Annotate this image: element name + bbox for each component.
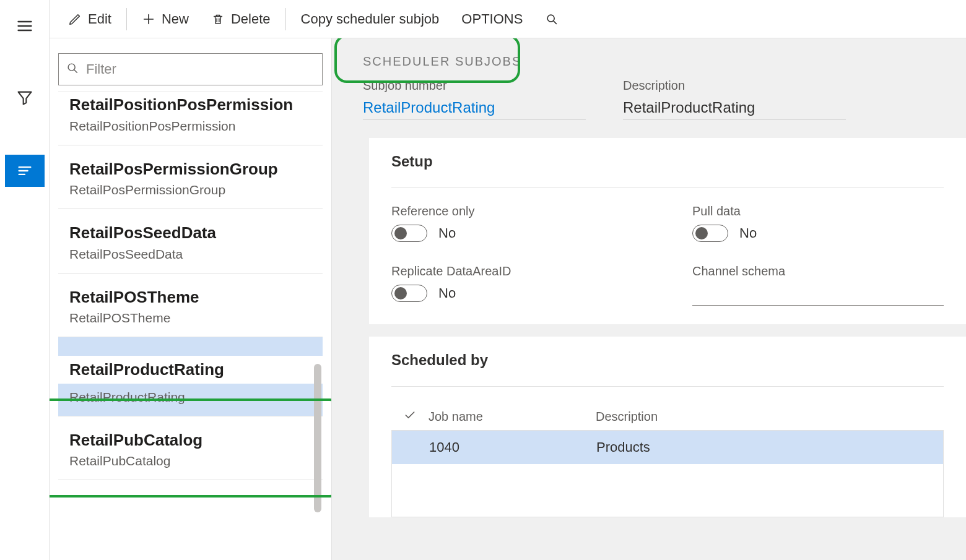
subjob-number-label: Subjob number	[363, 79, 586, 93]
lines-icon	[16, 162, 33, 179]
delete-label: Delete	[231, 11, 271, 27]
list-item[interactable]: RetailPosPermissionGroup RetailPosPermis…	[58, 145, 323, 210]
edit-label: Edit	[88, 11, 111, 27]
list-item-selected[interactable]: RetailProductRating RetailProductRating	[58, 337, 323, 416]
list-item-sub: RetailPOSTheme	[69, 311, 311, 325]
channel-schema-label: Channel schema	[692, 264, 944, 278]
scheduled-by-title: Scheduled by	[391, 351, 944, 369]
list-item[interactable]: RetailPosSeedData RetailPosSeedData	[58, 209, 323, 274]
toolbar-separator	[285, 8, 286, 30]
list-item[interactable]: RetailPOSTheme RetailPOSTheme	[58, 274, 323, 338]
replicate-dataareaid-value: No	[438, 285, 456, 301]
scheduled-by-section: Scheduled by Job name Description 1040	[369, 337, 966, 517]
reference-only-toggle[interactable]	[391, 225, 427, 242]
new-label: New	[162, 11, 189, 27]
setup-section: Setup Reference only No Pull data	[369, 138, 966, 324]
funnel-icon	[16, 89, 33, 106]
page-breadcrumb: SCHEDULER SUBJOBS	[363, 54, 521, 68]
options-label: OPTIONS	[461, 11, 523, 27]
replicate-dataareaid-label: Replicate DataAreaID	[391, 264, 643, 278]
filter-funnel-button[interactable]	[10, 83, 40, 113]
subjob-number-value[interactable]: RetailProductRating	[363, 97, 586, 119]
description-label: Description	[623, 79, 846, 93]
detail-pane: SCHEDULER SUBJOBS Subjob number RetailPr…	[331, 38, 966, 560]
reference-only-value: No	[438, 225, 456, 241]
cell-job-name: 1040	[429, 439, 596, 455]
col-description[interactable]: Description	[596, 410, 944, 424]
table-header: Job name Description	[391, 403, 944, 431]
list-item-sub: RetailProductRating	[69, 390, 311, 405]
table-row[interactable]: 1040 Products	[392, 431, 943, 464]
reference-only-label: Reference only	[391, 204, 643, 218]
copy-scheduler-subjob-button[interactable]: Copy scheduler subjob	[290, 0, 451, 38]
pull-data-value: No	[739, 225, 757, 241]
setup-title: Setup	[391, 153, 944, 170]
search-icon	[66, 61, 79, 77]
subjob-list[interactable]: RetailPositionPosPermission RetailPositi…	[58, 92, 323, 560]
list-item-title: RetailProductRating	[69, 360, 311, 380]
pull-data-label: Pull data	[692, 204, 944, 218]
hamburger-button[interactable]	[10, 11, 40, 41]
list-item[interactable]: RetailPositionPosPermission RetailPositi…	[58, 92, 323, 145]
list-item-sub: RetailPositionPosPermission	[69, 119, 311, 134]
pull-data-toggle[interactable]	[692, 225, 728, 242]
list-item-sub: RetailPosPermissionGroup	[69, 183, 311, 197]
replicate-dataareaid-toggle[interactable]	[391, 285, 427, 302]
list-item-sub: RetailPubCatalog	[69, 454, 311, 468]
list-item-sub: RetailPosSeedData	[69, 247, 311, 262]
trash-icon	[211, 12, 225, 26]
filter-input[interactable]	[58, 53, 323, 85]
list-item-title: RetailPOSTheme	[69, 287, 311, 308]
cell-description: Products	[596, 439, 943, 455]
new-button[interactable]: New	[131, 0, 200, 38]
list-item-title: RetailPosSeedData	[69, 223, 311, 243]
nav-rail	[0, 0, 50, 560]
search-button[interactable]	[534, 0, 570, 38]
checkmark-icon[interactable]	[404, 409, 429, 424]
delete-button[interactable]: Delete	[200, 0, 282, 38]
pencil-icon	[68, 12, 82, 26]
list-item-title: RetailPosPermissionGroup	[69, 159, 311, 179]
plus-icon	[142, 12, 155, 26]
channel-schema-input[interactable]	[692, 285, 944, 306]
action-toolbar: Edit New Delete Copy scheduler subjob OP…	[50, 0, 966, 38]
hamburger-icon	[16, 17, 33, 35]
list-view-button[interactable]	[5, 155, 45, 187]
copy-label: Copy scheduler subjob	[301, 11, 440, 27]
list-item-title: RetailPositionPosPermission	[69, 95, 311, 115]
list-pane: RetailPositionPosPermission RetailPositi…	[50, 38, 331, 560]
col-job-name[interactable]: Job name	[429, 410, 596, 424]
edit-button[interactable]: Edit	[57, 0, 123, 38]
search-icon	[545, 12, 559, 26]
options-button[interactable]: OPTIONS	[450, 0, 534, 38]
list-item-title: RetailPubCatalog	[69, 430, 311, 450]
description-value[interactable]: RetailProductRating	[623, 97, 846, 119]
list-item[interactable]: RetailPubCatalog RetailPubCatalog	[58, 416, 323, 481]
toolbar-separator	[126, 8, 127, 30]
scrollbar-thumb[interactable]	[314, 364, 321, 512]
